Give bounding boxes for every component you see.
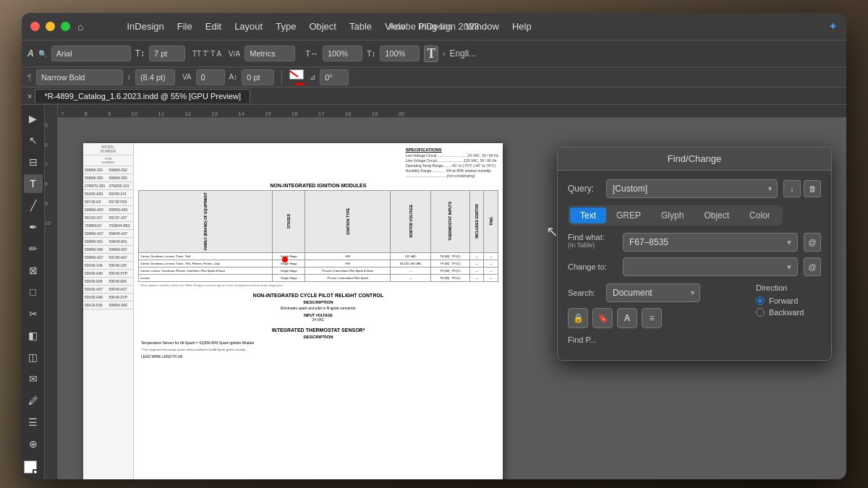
format-icon-btn[interactable]: ≡ xyxy=(642,308,662,328)
ruler-tick-11: 11 xyxy=(158,111,164,117)
dialog-title-bar: Find/Change xyxy=(558,147,831,171)
rectangle-tool[interactable]: □ xyxy=(24,283,43,301)
text-tool[interactable]: T xyxy=(24,174,43,193)
scissors-tool[interactable]: ✂ xyxy=(24,304,43,323)
fill-stroke-swatch[interactable] xyxy=(24,461,43,479)
thermostat-section: INTEGRATED THERMOSTAT SENSOR* DESCRIPTIO… xyxy=(138,328,498,359)
backward-radio[interactable] xyxy=(756,308,765,317)
menu-layout[interactable]: Layout xyxy=(234,21,263,32)
menu-help[interactable]: Help xyxy=(512,21,532,32)
delete-query-btn[interactable]: 🗑 xyxy=(804,180,821,197)
tracking-input[interactable] xyxy=(196,69,225,85)
change-to-label: Change to: xyxy=(568,262,617,271)
search-select[interactable]: Document Story Selection All Documents xyxy=(606,283,700,302)
dropbox-icon[interactable]: ✦ xyxy=(828,20,838,33)
a-icon-btn[interactable]: A xyxy=(617,308,637,328)
tools-panel: ▶ ↖ ⊟ T ╱ ✒ ✏ ⊠ □ ✂ ◧ ◫ ✉ 🖉 ☰ ⊕ xyxy=(22,105,45,479)
menu-object[interactable]: Object xyxy=(309,21,336,32)
td-stages-1: Single Stage xyxy=(273,253,305,260)
menu-type[interactable]: Type xyxy=(276,21,296,32)
doc-tab-bar: × *R-4899_Catalog_1.6.2023.indd @ 55% [G… xyxy=(22,87,846,105)
change-to-row: Change to: ▼ @ xyxy=(568,257,821,276)
table-row-2: Carrier, Goodman, Lennox, Trane, York, R… xyxy=(139,260,498,267)
tab-glyph[interactable]: Glyph xyxy=(651,207,694,223)
font-style-input[interactable] xyxy=(36,69,123,85)
fullscreen-button[interactable] xyxy=(61,22,70,31)
query-select[interactable] xyxy=(606,179,778,198)
tab-grep[interactable]: GREP xyxy=(606,207,651,223)
page-tool[interactable]: ⊟ xyxy=(24,153,43,171)
direct-select-tool[interactable]: ↖ xyxy=(24,131,43,150)
direction-label: Direction xyxy=(756,283,821,292)
forward-radio-row[interactable]: Forward xyxy=(756,296,821,305)
lock-icon-btn[interactable]: 🔒 xyxy=(568,308,588,328)
section1-title: NON-INTEGRATED IGNITION MODULES xyxy=(138,183,498,188)
find-what-dropdown-btn[interactable]: ▼ xyxy=(780,233,798,252)
spec-row-1: Low Voltage Circuit.....................… xyxy=(406,153,498,158)
pen-tool[interactable]: ✒ xyxy=(24,218,43,236)
td-includes-1: — xyxy=(469,253,484,260)
leading-input[interactable] xyxy=(135,69,175,85)
menu-indesign[interactable]: InDesign xyxy=(127,21,163,32)
kerning-select[interactable] xyxy=(244,46,295,61)
font-family-input[interactable] xyxy=(51,46,131,61)
find-what-input[interactable] xyxy=(623,233,798,252)
text-color-swatch[interactable] xyxy=(289,69,305,85)
model-row-4: 50A65-A6350A55-241 xyxy=(83,190,133,198)
zoom-tool[interactable]: ⊕ xyxy=(24,435,43,453)
scale-v-input[interactable] xyxy=(380,46,420,61)
selection-tool[interactable]: ▶ xyxy=(24,109,43,128)
note-tool[interactable]: ✉ xyxy=(24,369,43,388)
model-row-13: 50K65-10650K45-105 xyxy=(83,262,133,270)
canvas-area: ▶ ↖ ⊟ T ╱ ✒ ✏ ⊠ □ ✂ ◧ ◫ ✉ 🖉 ☰ ⊕ xyxy=(22,105,846,479)
icon-row: 🔒 🔖 A ≡ xyxy=(568,308,747,328)
gradient-tool[interactable]: ◧ xyxy=(24,326,43,345)
save-query-btn[interactable]: ↓ xyxy=(783,180,801,197)
baseline-input[interactable] xyxy=(242,69,274,85)
document-tab[interactable]: *R-4899_Catalog_1.6.2023.indd @ 55% [GPU… xyxy=(35,89,250,103)
gradient-feather-tool[interactable]: ◫ xyxy=(24,348,43,367)
close-button[interactable] xyxy=(30,22,40,31)
model-row-15: 50K65-90650K45-905 xyxy=(83,278,133,286)
tab-object[interactable]: Object xyxy=(694,207,739,223)
ruler-tick-8: 8 xyxy=(84,111,87,117)
bookmark-icon-btn[interactable]: 🔖 xyxy=(592,308,613,328)
home-icon[interactable]: ⌂ xyxy=(77,21,83,33)
text-frame-icon[interactable]: T xyxy=(424,46,438,62)
find-what-at-btn[interactable]: @ xyxy=(804,233,821,252)
tab-text[interactable]: Text xyxy=(570,207,606,223)
change-to-dropdown-btn[interactable]: ▼ xyxy=(780,257,798,276)
ruler-tick-16: 16 xyxy=(292,111,298,117)
menu-table[interactable]: Table xyxy=(349,21,372,32)
tracking-icon: VA xyxy=(182,73,192,81)
find-p-label: Find P... xyxy=(568,335,597,344)
ignition-modules-section: NON-INTEGRATED IGNITION MODULES FAMILY (… xyxy=(138,183,498,287)
model-header-item: ITEMNUMBER xyxy=(83,155,133,166)
backward-radio-row[interactable]: Backward xyxy=(756,308,821,317)
forward-radio[interactable] xyxy=(756,296,765,305)
rectangle-frame-tool[interactable]: ⊠ xyxy=(24,261,43,280)
minimize-button[interactable] xyxy=(46,22,55,31)
skew-input[interactable] xyxy=(320,69,349,85)
line-tool[interactable]: ╱ xyxy=(24,196,43,215)
pencil-tool[interactable]: ✏ xyxy=(24,239,43,258)
eyedropper-tool[interactable]: 🖉 xyxy=(24,391,43,410)
query-label: Query: xyxy=(568,184,600,194)
ruler-left-10: 10 xyxy=(45,221,57,226)
ruler-top: 7 8 9 10 11 12 13 14 15 16 17 18 19 20 xyxy=(58,105,846,118)
menu-file[interactable]: File xyxy=(177,21,192,32)
td-inputs-3: TH (W) · TR (C) xyxy=(431,267,469,275)
close-doc-btn[interactable]: × xyxy=(27,92,32,100)
model-header-model: MODELNUMBER xyxy=(83,143,133,155)
hand-tool[interactable]: ☰ xyxy=(24,413,43,432)
font-size-input[interactable] xyxy=(149,46,185,61)
change-to-input[interactable] xyxy=(623,257,798,276)
model-row-12: 50M65-A0750C65-A07 xyxy=(83,254,133,262)
menu-edit[interactable]: Edit xyxy=(205,21,221,32)
change-to-at-btn[interactable]: @ xyxy=(804,257,821,276)
tab-color[interactable]: Color xyxy=(739,207,780,223)
scale-h-input[interactable] xyxy=(323,46,362,61)
ruler-left-6: 6 xyxy=(45,142,57,147)
td-brand-1: Carrier, Goodman, Lennox, Trane, York xyxy=(139,253,273,260)
find-what-sublabel: (In Table) xyxy=(568,241,617,249)
